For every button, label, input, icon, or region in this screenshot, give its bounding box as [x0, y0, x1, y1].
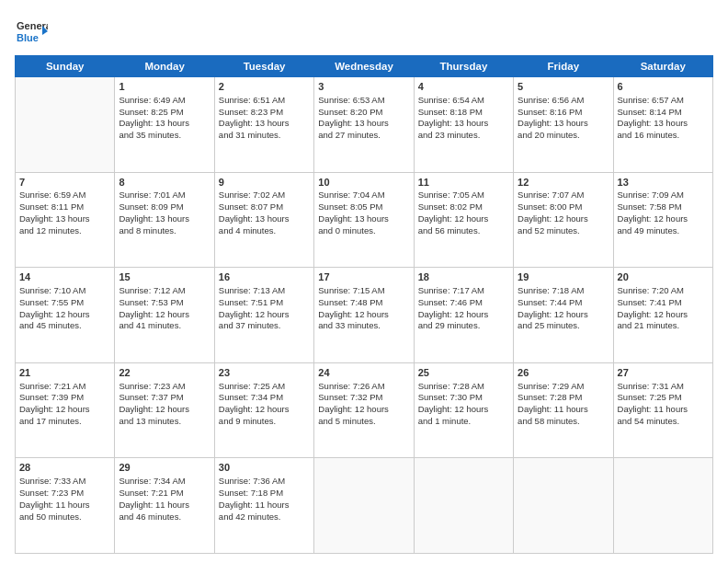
day-info: and 54 minutes.	[618, 416, 709, 428]
day-number: 17	[318, 270, 409, 284]
calendar-cell: 28Sunrise: 7:33 AMSunset: 7:23 PMDayligh…	[16, 458, 115, 554]
day-info: Sunrise: 7:17 AM	[418, 285, 509, 297]
day-number: 16	[219, 270, 310, 284]
day-number: 11	[418, 176, 509, 190]
day-info: Sunset: 7:39 PM	[19, 392, 110, 404]
day-header-row: SundayMondayTuesdayWednesdayThursdayFrid…	[16, 56, 713, 77]
day-info: Daylight: 13 hours	[318, 213, 409, 225]
calendar-cell: 29Sunrise: 7:34 AMSunset: 7:21 PMDayligh…	[115, 458, 214, 554]
day-info: Sunset: 7:30 PM	[418, 392, 509, 404]
logo-svg: General Blue	[15, 17, 48, 50]
day-info: Daylight: 12 hours	[418, 404, 509, 416]
day-info: Sunrise: 6:59 AM	[19, 190, 110, 201]
day-info: and 52 minutes.	[518, 225, 609, 237]
day-info: and 58 minutes.	[518, 416, 609, 428]
calendar-cell: 26Sunrise: 7:29 AMSunset: 7:28 PMDayligh…	[514, 362, 613, 458]
calendar-cell: 9Sunrise: 7:02 AMSunset: 8:07 PMDaylight…	[214, 172, 313, 268]
day-info: Daylight: 13 hours	[518, 118, 609, 130]
header: General Blue	[15, 13, 713, 50]
day-number: 25	[418, 366, 509, 380]
day-number: 6	[618, 80, 709, 94]
day-number: 5	[518, 80, 609, 94]
day-info: and 41 minutes.	[119, 320, 210, 332]
day-header-wednesday: Wednesday	[314, 56, 414, 77]
day-info: Daylight: 12 hours	[19, 309, 110, 321]
calendar-cell	[414, 458, 513, 554]
day-info: Daylight: 11 hours	[119, 500, 210, 511]
day-info: and 8 minutes.	[119, 225, 210, 237]
day-info: Daylight: 12 hours	[318, 309, 409, 321]
calendar-cell: 6Sunrise: 6:57 AMSunset: 8:14 PMDaylight…	[613, 77, 712, 173]
day-info: Sunset: 8:23 PM	[219, 107, 310, 119]
calendar-cell: 27Sunrise: 7:31 AMSunset: 7:25 PMDayligh…	[613, 362, 712, 458]
day-info: Sunrise: 7:33 AM	[19, 476, 110, 488]
day-info: Sunrise: 7:34 AM	[119, 476, 210, 488]
day-info: Sunrise: 6:53 AM	[318, 95, 409, 107]
day-info: Daylight: 11 hours	[518, 404, 609, 416]
day-info: Sunset: 7:25 PM	[618, 392, 709, 404]
day-info: and 21 minutes.	[618, 320, 709, 332]
day-info: Sunrise: 7:29 AM	[518, 381, 609, 393]
day-header-tuesday: Tuesday	[214, 56, 313, 77]
calendar-cell: 21Sunrise: 7:21 AMSunset: 7:39 PMDayligh…	[16, 362, 115, 458]
day-info: and 12 minutes.	[19, 225, 110, 237]
day-number: 19	[518, 270, 609, 284]
day-info: Sunset: 7:37 PM	[119, 392, 210, 404]
calendar-cell: 5Sunrise: 6:56 AMSunset: 8:16 PMDaylight…	[514, 77, 613, 173]
day-info: and 13 minutes.	[119, 416, 210, 428]
day-info: and 37 minutes.	[219, 320, 310, 332]
day-info: and 46 minutes.	[119, 511, 210, 523]
day-number: 21	[19, 366, 110, 380]
calendar-cell: 15Sunrise: 7:12 AMSunset: 7:53 PMDayligh…	[115, 268, 214, 363]
day-info: Daylight: 12 hours	[618, 309, 709, 321]
day-info: and 35 minutes.	[119, 130, 210, 142]
day-header-sunday: Sunday	[16, 56, 115, 77]
day-number: 20	[618, 270, 709, 284]
day-info: Daylight: 13 hours	[119, 213, 210, 225]
calendar-cell: 24Sunrise: 7:26 AMSunset: 7:32 PMDayligh…	[314, 362, 414, 458]
calendar-cell: 4Sunrise: 6:54 AMSunset: 8:18 PMDaylight…	[414, 77, 513, 173]
calendar-cell: 1Sunrise: 6:49 AMSunset: 8:25 PMDaylight…	[115, 77, 214, 173]
day-info: Sunrise: 7:07 AM	[518, 190, 609, 201]
day-info: Daylight: 12 hours	[219, 404, 310, 416]
day-info: Sunrise: 7:05 AM	[418, 190, 509, 201]
day-header-thursday: Thursday	[414, 56, 513, 77]
calendar-cell: 7Sunrise: 6:59 AMSunset: 8:11 PMDaylight…	[16, 172, 115, 268]
day-info: Sunrise: 7:20 AM	[618, 285, 709, 297]
calendar-cell: 2Sunrise: 6:51 AMSunset: 8:23 PMDaylight…	[214, 77, 313, 173]
day-info: Daylight: 12 hours	[19, 404, 110, 416]
day-info: Sunset: 7:28 PM	[518, 392, 609, 404]
day-number: 22	[119, 366, 210, 380]
day-info: Sunset: 7:34 PM	[219, 392, 310, 404]
day-info: Sunset: 7:21 PM	[119, 488, 210, 500]
day-number: 15	[119, 270, 210, 284]
day-info: and 20 minutes.	[518, 130, 609, 142]
day-info: Sunset: 7:32 PM	[318, 392, 409, 404]
day-info: Sunset: 8:16 PM	[518, 107, 609, 119]
day-info: Daylight: 11 hours	[19, 500, 110, 511]
day-info: and 56 minutes.	[418, 225, 509, 237]
day-number: 2	[219, 80, 310, 94]
day-info: Daylight: 12 hours	[119, 309, 210, 321]
day-info: Sunrise: 6:54 AM	[418, 95, 509, 107]
day-info: Sunrise: 7:23 AM	[119, 381, 210, 393]
day-info: Daylight: 12 hours	[318, 404, 409, 416]
day-info: and 50 minutes.	[19, 511, 110, 523]
day-info: Sunrise: 7:18 AM	[518, 285, 609, 297]
day-info: and 31 minutes.	[219, 130, 310, 142]
day-number: 10	[318, 176, 409, 190]
calendar-cell: 8Sunrise: 7:01 AMSunset: 8:09 PMDaylight…	[115, 172, 214, 268]
day-info: Sunset: 7:18 PM	[219, 488, 310, 500]
day-info: Sunrise: 7:28 AM	[418, 381, 509, 393]
day-info: Sunset: 8:20 PM	[318, 107, 409, 119]
calendar-cell: 11Sunrise: 7:05 AMSunset: 8:02 PMDayligh…	[414, 172, 513, 268]
day-number: 30	[219, 461, 310, 475]
day-info: Sunrise: 6:56 AM	[518, 95, 609, 107]
day-info: Sunrise: 7:36 AM	[219, 476, 310, 488]
day-info: Sunrise: 7:01 AM	[119, 190, 210, 201]
week-row-3: 14Sunrise: 7:10 AMSunset: 7:55 PMDayligh…	[16, 268, 713, 363]
calendar-cell: 25Sunrise: 7:28 AMSunset: 7:30 PMDayligh…	[414, 362, 513, 458]
day-info: and 25 minutes.	[518, 320, 609, 332]
calendar-cell: 20Sunrise: 7:20 AMSunset: 7:41 PMDayligh…	[613, 268, 712, 363]
day-info: and 45 minutes.	[19, 320, 110, 332]
